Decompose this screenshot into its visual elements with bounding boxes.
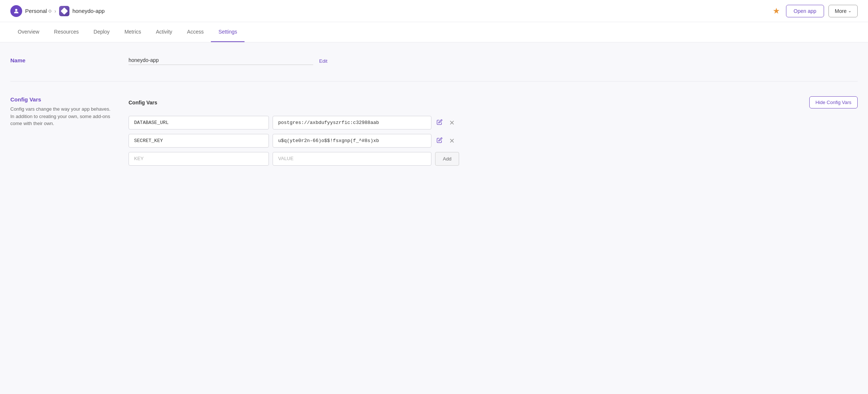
nav-tabs: Overview Resources Deploy Metrics Activi… — [0, 22, 868, 42]
tab-activity[interactable]: Activity — [148, 22, 180, 42]
config-var-row-database-url: ✕ — [129, 116, 858, 129]
top-header: Personal ◇ › honeydo-app ★ Open app More… — [0, 0, 868, 22]
config-key-database-url[interactable] — [129, 116, 269, 129]
config-vars-section: Config Vars Config vars change the way y… — [10, 96, 858, 170]
more-button[interactable]: More ⌄ — [828, 5, 858, 17]
edit-name-link[interactable]: Edit — [319, 58, 327, 64]
hide-config-vars-button[interactable]: Hide Config Vars — [809, 96, 858, 108]
new-config-var-row: Add — [129, 152, 858, 166]
config-var-row-secret-key: ✕ — [129, 134, 858, 148]
app-name-value: honeydo-app — [129, 57, 313, 65]
config-vars-sidebar-label: Config Vars — [10, 96, 114, 103]
config-key-secret-key[interactable] — [129, 134, 269, 148]
account-label: Personal — [25, 8, 47, 14]
name-label: Name — [10, 57, 114, 63]
name-field-row: honeydo-app Edit — [129, 57, 858, 65]
name-section: Name honeydo-app Edit — [10, 57, 858, 66]
main-content: Name honeydo-app Edit Config Vars Config… — [0, 42, 868, 200]
config-value-database-url[interactable] — [273, 116, 431, 129]
tab-access[interactable]: Access — [180, 22, 211, 42]
name-section-body: honeydo-app Edit — [129, 57, 858, 66]
add-config-var-button[interactable]: Add — [435, 152, 459, 166]
config-value-secret-key[interactable] — [273, 134, 431, 148]
tab-overview[interactable]: Overview — [10, 22, 47, 42]
config-vars-header: Config Vars Hide Config Vars — [129, 96, 858, 108]
config-vars-sidebar: Config Vars Config vars change the way y… — [10, 96, 114, 170]
config-vars-body: Config Vars Hide Config Vars ✕ — [129, 96, 858, 170]
tab-deploy[interactable]: Deploy — [86, 22, 117, 42]
delete-database-url-button[interactable]: ✕ — [448, 117, 456, 128]
header-actions: ★ Open app More ⌄ — [771, 5, 858, 17]
avatar — [10, 5, 22, 17]
new-config-key-input[interactable] — [129, 152, 269, 166]
edit-secret-key-button[interactable] — [435, 136, 444, 146]
account-selector[interactable]: Personal ◇ — [25, 8, 51, 14]
account-chevron-icon: ◇ — [48, 8, 51, 13]
svg-point-0 — [15, 9, 17, 11]
tab-settings[interactable]: Settings — [211, 22, 245, 42]
edit-database-url-button[interactable] — [435, 118, 444, 128]
favorite-button[interactable]: ★ — [771, 5, 782, 17]
tab-metrics[interactable]: Metrics — [117, 22, 148, 42]
config-vars-sidebar-description: Config vars change the way your app beha… — [10, 106, 114, 127]
name-section-label: Name — [10, 57, 114, 66]
app-breadcrumb: honeydo-app — [59, 6, 105, 16]
config-vars-title: Config Vars — [129, 100, 157, 106]
breadcrumb: Personal ◇ › honeydo-app — [10, 5, 771, 17]
tab-resources[interactable]: Resources — [47, 22, 86, 42]
new-config-value-input[interactable] — [273, 152, 431, 166]
app-icon — [59, 6, 69, 16]
more-chevron-icon: ⌄ — [848, 8, 851, 13]
more-label: More — [835, 8, 847, 14]
open-app-button[interactable]: Open app — [786, 5, 824, 17]
section-divider — [10, 81, 858, 82]
app-name: honeydo-app — [72, 8, 105, 14]
breadcrumb-separator: › — [54, 8, 56, 14]
delete-secret-key-button[interactable]: ✕ — [448, 135, 456, 146]
